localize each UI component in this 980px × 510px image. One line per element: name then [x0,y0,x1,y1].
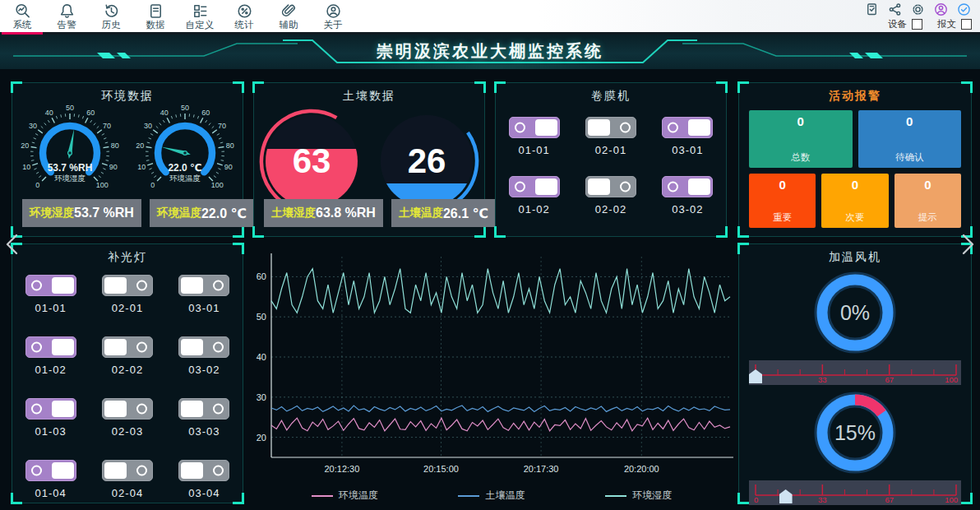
profile-icon[interactable] [933,2,949,17]
device-check-group: 设备 [888,18,922,30]
verified-icon[interactable] [956,2,972,17]
alarm-box-待确认[interactable]: 0待确认 [858,110,962,168]
history-chart: 203040506020:12:3020:15:0020:17:3020:20:… [247,245,737,507]
alarm-box-总数[interactable]: 0总数 [749,110,853,168]
carousel-right-arrow-icon[interactable] [957,232,978,257]
roll-film-switch-grid: 01-01 02-01 03-01 01-02 02-02 03-02 [496,104,726,216]
svg-text:70: 70 [218,122,226,130]
svg-text:环境温度: 环境温度 [169,174,201,183]
fan-slider-2[interactable]: 03367100 [749,480,961,505]
roll-film-cell-01-01: 01-01 [509,117,560,156]
svg-text:0: 0 [754,495,758,503]
fill-light-toggle-02-03[interactable] [102,398,153,420]
fill-light-toggle-01-03[interactable] [25,398,76,420]
fill-light-cell-03-04: 03-04 [178,460,229,499]
toolbar-item-alarm[interactable]: 告警 [44,0,89,32]
roll-film-cell-01-02: 01-02 [509,176,560,216]
heating-fan-panel-title: 加温风机 [739,244,971,265]
svg-text:20:15:00: 20:15:00 [423,464,459,474]
fan-ring-gauge-2: 15% [807,387,903,479]
fill-light-toggle-01-02[interactable] [25,336,76,358]
fill-light-cell-01-01: 01-01 [25,275,76,314]
fill-light-toggle-03-01[interactable] [178,275,229,296]
svg-text:50: 50 [257,312,266,322]
fan-slider-1[interactable]: 03367100 [749,360,961,385]
stat-土壤湿度: 土壤湿度63.8 %RH [264,199,383,227]
legend-item-环境温度[interactable]: 环境温度 [312,489,378,503]
alarms-panel-title: 活动报警 [739,83,971,104]
toolbar-item-custom[interactable]: 自定义 [178,0,222,32]
svg-text:100: 100 [945,375,958,383]
fill-light-toggle-01-04[interactable] [25,460,76,481]
gauge-环境温度: 010203040506070809010022.0 ℃环境温度 [131,102,239,199]
svg-text:30: 30 [29,122,37,130]
document-icon [147,2,164,20]
carousel-left-arrow-icon[interactable] [2,232,23,257]
toolbar-items: 系统告警历史数据自定义统计辅助关于 [0,0,355,32]
soil-stats: 土壤湿度63.8 %RH土壤温度26.1 ℃ [254,199,484,227]
layout-icon [192,2,209,20]
roll-film-toggle-01-02[interactable] [509,176,560,197]
toolbar-item-about[interactable]: 关于 [311,0,355,32]
legend-item-土壤温度[interactable]: 土壤温度 [458,489,525,503]
fill-light-toggle-01-01[interactable] [25,275,76,296]
fill-light-toggle-03-04[interactable] [178,460,229,481]
soil-circle-gauge: 63 [259,109,364,214]
active-alarms-panel: 活动报警 0总数0待确认0重要0次要0提示 [738,82,972,237]
environment-gauges: 010203040506070809010053.7 %RH环境湿度010203… [12,102,243,199]
svg-text:0: 0 [150,181,155,189]
fill-light-toggle-02-02[interactable] [102,336,153,358]
svg-text:50: 50 [181,104,189,112]
fill-light-cell-01-04: 01-04 [25,460,76,499]
roll-film-cell-03-02: 03-02 [662,176,713,216]
svg-text:10: 10 [22,163,30,171]
fan-controls: 0%03367100 15%03367100 [739,267,971,505]
toolbar-item-helper[interactable]: 辅助 [266,0,311,32]
alarm-box-提示[interactable]: 0提示 [894,174,961,228]
svg-text:60: 60 [201,109,210,117]
report-icon[interactable] [864,2,880,17]
roll-film-cell-02-02: 02-02 [585,176,636,216]
roll-film-toggle-01-01[interactable] [509,117,560,138]
alarm-box-次要[interactable]: 0次要 [821,174,888,228]
svg-text:30: 30 [144,122,152,130]
svg-text:环境湿度: 环境湿度 [54,174,86,183]
stat-土壤温度: 土壤温度26.1 ℃ [391,199,496,227]
alarm-box-重要[interactable]: 0重要 [749,174,816,228]
roll-film-toggle-03-02[interactable] [662,176,713,197]
toolbar-item-system[interactable]: 系统 [0,0,44,32]
roll-film-toggle-02-02[interactable] [585,176,636,197]
svg-text:40: 40 [257,352,266,362]
environment-data-panel: 环境数据 010203040506070809010053.7 %RH环境湿度0… [12,82,243,237]
message-checkbox[interactable] [961,19,972,30]
roll-film-toggle-02-01[interactable] [585,117,636,138]
fill-light-toggle-02-01[interactable] [102,275,153,296]
fill-light-toggle-03-02[interactable] [178,336,229,358]
heating-fan-panel: 加温风机 0%03367100 15%03367100 [738,243,972,503]
legend-item-环境湿度[interactable]: 环境湿度 [605,489,672,503]
toolbar-item-stats[interactable]: 统计 [222,0,266,32]
device-checkbox[interactable] [912,19,922,30]
fill-light-cell-01-02: 01-02 [25,336,76,376]
fill-light-toggle-02-04[interactable] [102,460,153,481]
svg-text:90: 90 [224,163,233,171]
user-icon [325,2,342,20]
svg-text:20:12:30: 20:12:30 [324,464,359,474]
svg-text:100: 100 [945,495,958,503]
toolbar-item-history[interactable]: 历史 [89,0,133,32]
svg-text:40: 40 [160,109,169,117]
toolbar: 系统告警历史数据自定义统计辅助关于 设备 报文 [0,0,980,35]
roll-film-cell-02-01: 02-01 [585,117,636,156]
message-label: 报文 [937,18,956,30]
roll-film-toggle-03-01[interactable] [662,117,713,138]
page-title: 崇明汲滨农业大棚监控系统 [0,40,980,63]
toolbar-item-data[interactable]: 数据 [133,0,178,32]
fan-ring-gauge-1: 0% [807,267,903,359]
share-icon[interactable] [887,2,903,17]
title-bar: 崇明汲滨农业大棚监控系统 [0,35,980,69]
svg-text:20: 20 [136,141,144,150]
fill-light-toggle-03-03[interactable] [178,398,229,420]
gear-icon[interactable] [910,2,926,17]
roll-film-machine-panel: 卷膜机 01-01 02-01 03-01 01-02 02-02 03-02 [495,82,727,237]
stat-环境湿度: 环境湿度53.7 %RH [22,199,141,227]
